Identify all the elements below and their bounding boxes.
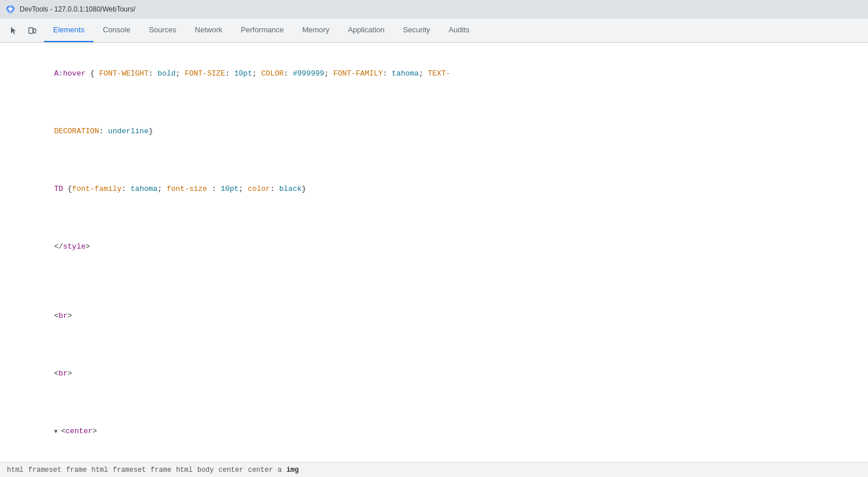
svg-rect-3 [33, 29, 36, 33]
breadcrumb-bar: html frameset frame html frameset frame … [0, 462, 868, 477]
tab-audits[interactable]: Audits [439, 18, 478, 42]
tab-security[interactable]: Security [394, 18, 439, 42]
breadcrumb-body[interactable]: body [195, 466, 216, 474]
breadcrumb-frameset-2[interactable]: frameset [110, 466, 148, 474]
window-title: DevTools - 127.0.0.1:1080/WebTours/ [20, 5, 136, 13]
breadcrumb-frame-2[interactable]: frame [148, 466, 174, 474]
tab-sources[interactable]: Sources [140, 18, 186, 42]
breadcrumb-center-2[interactable]: center [246, 466, 275, 474]
breadcrumb-a[interactable]: a [275, 466, 284, 474]
code-line: <br clear> [0, 461, 868, 462]
tab-application[interactable]: Application [339, 18, 394, 42]
code-line: TD {font-family: tahoma; font-size : 10p… [0, 160, 868, 218]
svg-rect-2 [29, 28, 33, 33]
svg-point-1 [9, 7, 12, 11]
breadcrumb-frame-1[interactable]: frame [63, 466, 89, 474]
device-toggle[interactable] [24, 22, 40, 39]
main-content: A:hover { FONT-WEIGHT: bold; FONT-SIZE: … [0, 43, 868, 462]
toolbar-icons [2, 18, 44, 42]
tab-memory[interactable]: Memory [293, 18, 339, 42]
tab-performance[interactable]: Performance [231, 18, 293, 42]
breadcrumb-html-2[interactable]: html [89, 466, 110, 474]
devtools-panel: Elements Console Sources Network Perform… [0, 18, 868, 477]
breadcrumb-img[interactable]: img [284, 466, 301, 474]
title-bar: DevTools - 127.0.0.1:1080/WebTours/ [0, 0, 868, 18]
code-line: </style> [0, 218, 868, 276]
tab-bar: Elements Console Sources Network Perform… [0, 18, 868, 43]
code-line: ▼<center> [0, 403, 868, 461]
chrome-icon [6, 5, 15, 14]
code-line [0, 276, 868, 287]
breadcrumb-html-3[interactable]: html [174, 466, 195, 474]
cursor-tool[interactable] [6, 22, 22, 39]
code-line: DECORATION: underline} [0, 103, 868, 160]
breadcrumb-frameset-1[interactable]: frameset [26, 466, 64, 474]
tab-console[interactable]: Console [93, 18, 140, 42]
code-line: A:hover { FONT-WEIGHT: bold; FONT-SIZE: … [0, 45, 868, 103]
breadcrumb-center-1[interactable]: center [216, 466, 246, 474]
breadcrumb-html-1[interactable]: html [5, 466, 26, 474]
tab-elements[interactable]: Elements [44, 18, 93, 42]
code-line: <br> [0, 345, 868, 403]
tab-network[interactable]: Network [186, 18, 232, 42]
code-panel[interactable]: A:hover { FONT-WEIGHT: bold; FONT-SIZE: … [0, 43, 868, 462]
code-line: <br> [0, 287, 868, 345]
